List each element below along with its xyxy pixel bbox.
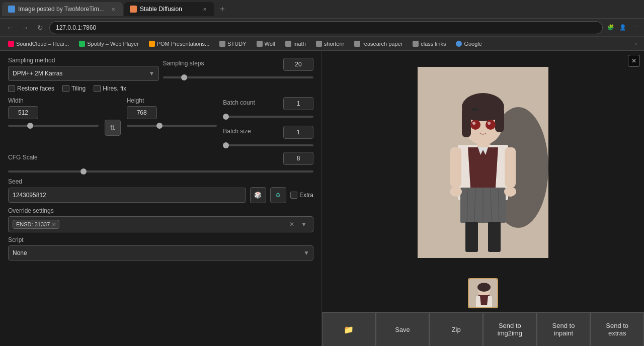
bookmark-icon-class-links <box>413 41 419 47</box>
script-select[interactable]: None <box>8 245 313 261</box>
svg-point-28 <box>488 122 491 125</box>
width-group: Width 512 <box>8 97 99 128</box>
override-tag-actions: ✕ ▼ <box>287 219 309 229</box>
svg-point-26 <box>486 120 496 130</box>
folder-button[interactable]: 📁 <box>322 312 376 346</box>
bookmark-wolf[interactable]: Wolf <box>253 40 280 48</box>
address-bar[interactable]: 127.0.0.1:7860 <box>49 21 603 34</box>
override-tag-ensd-close[interactable]: ✕ <box>52 222 56 227</box>
swap-dimensions-button[interactable]: ⇅ <box>105 120 121 136</box>
left-panel: Sampling method DPM++ 2M Karras ▼ Sampli… <box>0 51 322 346</box>
back-button[interactable]: ← <box>4 22 16 34</box>
tab-item-1[interactable]: Image posted by TwoMoreTimes... ✕ <box>2 2 123 16</box>
bookmark-shortenr[interactable]: shortenr <box>312 40 348 48</box>
bookmark-spotify[interactable]: Spotify – Web Player <box>75 40 143 48</box>
sampling-method-select[interactable]: DPM++ 2M Karras <box>8 66 159 81</box>
dice-button[interactable]: 🎲 <box>250 187 266 203</box>
tab-close-1[interactable]: ✕ <box>110 6 117 13</box>
override-settings-input[interactable]: ENSD: 31337 ✕ ✕ ▼ <box>8 216 313 232</box>
sampling-method-row: Sampling method DPM++ 2M Karras ▼ Sampli… <box>8 57 313 81</box>
bookmark-math[interactable]: math <box>281 40 309 48</box>
seed-input[interactable]: 1243095812 <box>8 188 246 203</box>
browser-chrome: Image posted by TwoMoreTimes... ✕ Stable… <box>0 0 644 51</box>
thumbnail-image-1 <box>469 279 498 308</box>
bookmark-label-google: Google <box>464 41 481 47</box>
tiling-box <box>62 85 69 92</box>
height-value[interactable]: 768 <box>127 106 157 119</box>
recycle-icon: ♻ <box>275 192 281 199</box>
override-tag-ensd-label: ENSD: 31337 <box>16 221 50 227</box>
seed-label: Seed <box>8 178 313 185</box>
save-label: Save <box>395 326 410 333</box>
height-slider[interactable] <box>127 125 217 127</box>
send-to-extras-button[interactable]: Send toextras <box>590 312 644 346</box>
tab-close-2[interactable]: ✕ <box>201 6 208 13</box>
profile-icon[interactable]: 👤 <box>618 23 628 33</box>
recycle-button[interactable]: ♻ <box>270 187 286 203</box>
generated-image <box>418 67 548 258</box>
override-dropdown-button[interactable]: ▼ <box>299 219 309 229</box>
width-slider[interactable] <box>8 125 99 127</box>
seed-row: 1243095812 🎲 ♻ Extra <box>8 187 313 203</box>
bookmark-label-research: reasearch paper <box>362 41 403 47</box>
bookmark-label-pom: POM Presentations... <box>157 41 210 47</box>
bookmark-icon-math <box>285 41 291 47</box>
send-to-img2img-button[interactable]: Send toimg2img <box>483 312 537 346</box>
sampling-steps-slider[interactable] <box>163 76 314 78</box>
bookmark-research[interactable]: reasearch paper <box>350 40 407 48</box>
thumbnails-row <box>464 274 502 312</box>
forward-button[interactable]: → <box>19 22 31 34</box>
restore-faces-label: Restore faces <box>17 85 54 92</box>
tiling-checkbox[interactable]: Tiling <box>62 85 86 92</box>
hires-fix-box <box>94 85 101 92</box>
menu-icon[interactable]: ⋯ <box>630 23 640 33</box>
sampling-steps-label: Sampling steps <box>163 60 204 67</box>
thumbnail-1[interactable] <box>468 278 498 308</box>
sampling-method-wrapper: DPM++ 2M Karras ▼ <box>8 66 159 81</box>
tab-item-2[interactable]: Stable Diffusion ✕ <box>124 2 214 16</box>
bookmark-label-study: STUDY <box>227 41 246 47</box>
override-clear-button[interactable]: ✕ <box>287 219 297 229</box>
bookmarks-more-button[interactable]: › <box>632 40 640 48</box>
restore-faces-box <box>8 85 15 92</box>
bookmark-class-links[interactable]: class links <box>409 40 450 48</box>
send-extras-label: Send toextras <box>606 322 628 337</box>
bookmark-google[interactable]: Google <box>452 40 486 48</box>
zip-button[interactable]: Zip <box>429 312 483 346</box>
image-close-button[interactable]: ✕ <box>628 55 640 67</box>
cfg-scale-value[interactable]: 8 <box>283 152 313 165</box>
reload-button[interactable]: ↻ <box>34 22 46 34</box>
width-label: Width <box>8 97 99 104</box>
bookmark-pom[interactable]: POM Presentations... <box>145 40 214 48</box>
override-settings-label: Override settings <box>8 207 313 214</box>
batch-size-value[interactable]: 1 <box>283 126 313 139</box>
svg-rect-15 <box>505 147 516 188</box>
extensions-icon[interactable]: 🧩 <box>606 23 616 33</box>
height-label: Height <box>127 97 217 104</box>
sampling-steps-value[interactable]: 20 <box>283 58 313 71</box>
new-tab-button[interactable]: + <box>215 2 229 16</box>
tab-favicon-2 <box>130 6 137 13</box>
save-button[interactable]: Save <box>376 312 430 346</box>
svg-marker-4 <box>468 147 498 188</box>
svg-rect-12 <box>465 222 478 252</box>
script-wrapper: None ▼ <box>8 245 313 261</box>
restore-faces-checkbox[interactable]: Restore faces <box>8 85 54 92</box>
batch-count-value[interactable]: 1 <box>283 97 313 110</box>
override-settings-row: Override settings ENSD: 31337 ✕ ✕ ▼ <box>8 207 313 232</box>
bookmark-icon-wolf <box>257 41 263 47</box>
cfg-scale-slider[interactable] <box>8 170 313 172</box>
bookmark-soundcloud[interactable]: SoundCloud – Hear... <box>4 40 73 48</box>
bookmark-study[interactable]: STUDY <box>215 40 250 48</box>
send-to-inpaint-button[interactable]: Send toinpaint <box>537 312 591 346</box>
extra-label: Extra <box>299 192 313 199</box>
batch-count-slider[interactable] <box>223 116 313 118</box>
batch-count-group: Batch count 1 Batch size 1 <box>223 97 313 148</box>
height-group: Height 768 <box>127 97 217 128</box>
hires-fix-checkbox[interactable]: Hires. fix <box>94 85 126 92</box>
width-value[interactable]: 512 <box>8 106 38 119</box>
batch-size-slider[interactable] <box>223 144 313 146</box>
bookmark-icon-pom <box>149 41 155 47</box>
bookmark-icon-research <box>354 41 360 47</box>
extra-checkbox[interactable]: Extra <box>290 192 313 199</box>
